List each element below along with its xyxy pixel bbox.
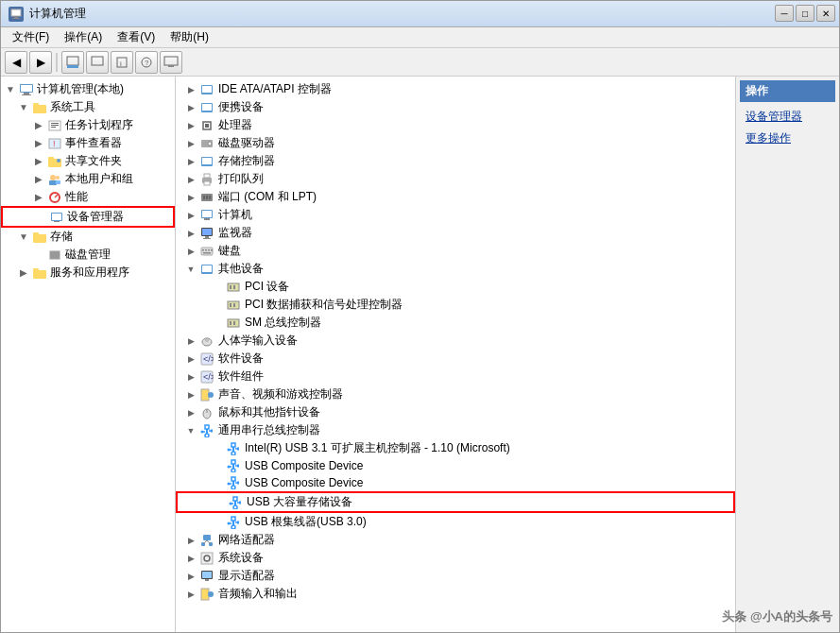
expand-icon-14[interactable]: ▶ [183, 334, 198, 349]
svg-rect-82 [233, 321, 235, 325]
device-list-item-27[interactable]: ▶显示适配器 [176, 567, 735, 585]
menu-view[interactable]: 查看(V) [110, 27, 163, 47]
device-list-item-12[interactable]: PCI 数据捕获和信号处理控制器 [176, 296, 735, 314]
up-button[interactable] [86, 51, 109, 74]
expand-icon-27[interactable]: ▶ [183, 569, 198, 584]
device-list-item-20[interactable]: Intel(R) USB 3.1 可扩展主机控制器 - 1.10 (Micros… [176, 439, 735, 457]
expand-icon-17[interactable]: ▶ [183, 387, 198, 402]
tree-local-users[interactable]: ▶ 本地用户和组 [1, 170, 175, 188]
expand-icon-25[interactable]: ▶ [183, 533, 198, 548]
expand-icon-1[interactable]: ▶ [183, 100, 198, 115]
device-list-item-5[interactable]: ▶打印队列 [176, 170, 735, 188]
device-list-item-9[interactable]: ▶键盘 [176, 242, 735, 260]
tree-shared-folders[interactable]: ▶ 共享文件夹 [1, 152, 175, 170]
device-list-item-16[interactable]: ▶</>软件组件 [176, 368, 735, 385]
device-list-item-6[interactable]: ▶端口 (COM 和 LPT) [176, 188, 735, 206]
expand-icon-15[interactable]: ▶ [183, 351, 198, 367]
expand-icon-7[interactable]: ▶ [183, 208, 198, 223]
device-label-23: USB 大容量存储设备 [247, 494, 352, 510]
tree-system-tools[interactable]: ▼ 系统工具 [1, 98, 175, 116]
device-list-item-24[interactable]: USB 根集线器(USB 3.0) [176, 513, 735, 531]
expand-icon-task[interactable]: ▶ [31, 118, 46, 133]
tree-root[interactable]: ▼ 计算机管理(本地) [1, 80, 175, 98]
device-list-item-14[interactable]: ▶人体学输入设备 [176, 332, 735, 350]
device-list-item-7[interactable]: ▶计算机 [176, 206, 735, 224]
tree-disk-mgmt[interactable]: 磁盘管理 [1, 246, 175, 264]
expand-icon-sys[interactable]: ▼ [16, 100, 31, 115]
device-list-item-17[interactable]: ▶声音、视频和游戏控制器 [176, 385, 735, 403]
device-list-item-0[interactable]: ▶IDE ATA/ATAPI 控制器 [176, 80, 735, 98]
device-list-item-2[interactable]: ▶处理器 [176, 116, 735, 134]
monitor-button[interactable] [160, 51, 182, 74]
show-hide-button[interactable] [61, 51, 84, 74]
tree-task-scheduler[interactable]: ▶ 任务计划程序 [1, 116, 175, 134]
expand-icon-event[interactable]: ▶ [31, 136, 46, 151]
expand-icon-26[interactable]: ▶ [183, 551, 198, 566]
device-list-item-26[interactable]: ▶系统设备 [176, 549, 735, 567]
expand-icon-perf[interactable]: ▶ [31, 190, 46, 205]
expand-icon-shared[interactable]: ▶ [31, 154, 46, 169]
tree-storage[interactable]: ▼ 存储 [1, 228, 175, 246]
device-list-item-11[interactable]: PCI 设备 [176, 278, 735, 296]
minimize-button[interactable]: ─ [775, 5, 794, 22]
device-list-item-23[interactable]: USB 大容量存储设备 [176, 491, 735, 513]
device-label-10: 其他设备 [218, 261, 264, 277]
svg-text:</>: </> [203, 354, 214, 364]
forward-button[interactable]: ▶ [29, 51, 52, 74]
tree-services[interactable]: ▶ 服务和应用程序 [1, 264, 175, 282]
expand-icon-9[interactable]: ▶ [183, 244, 198, 259]
tree-performance[interactable]: ▶ 性能 [1, 188, 175, 206]
expand-icon-4[interactable]: ▶ [183, 154, 198, 169]
device-list-item-1[interactable]: ▶便携设备 [176, 98, 735, 116]
properties-button[interactable]: i [111, 51, 133, 74]
expand-icon-6[interactable]: ▶ [183, 190, 198, 205]
tree-device-manager[interactable]: 设备管理器 [1, 206, 175, 228]
device-list-item-15[interactable]: ▶</>软件设备 [176, 350, 735, 368]
device-list-item-8[interactable]: ▶监视器 [176, 224, 735, 242]
expand-icon-svc[interactable]: ▶ [16, 265, 31, 281]
device-list-item-19[interactable]: ▼通用串行总线控制器 [176, 421, 735, 439]
help-button[interactable]: ? [135, 51, 158, 74]
svg-point-102 [231, 452, 235, 455]
device-label-5: 打印队列 [218, 171, 264, 187]
expand-icon-users[interactable]: ▶ [31, 172, 46, 187]
device-list-item-18[interactable]: ▶鼠标和其他指针设备 [176, 403, 735, 421]
device-list-item-3[interactable]: ▶磁盘驱动器 [176, 134, 735, 152]
expand-icon-2[interactable]: ▶ [183, 118, 198, 133]
svg-rect-128 [231, 517, 235, 521]
expand-icon-storage[interactable]: ▼ [16, 230, 31, 245]
device-list-item-13[interactable]: SM 总线控制器 [176, 314, 735, 332]
close-button[interactable]: ✕ [816, 5, 835, 22]
svg-rect-140 [201, 553, 213, 564]
device-list-item-25[interactable]: ▶网络适配器 [176, 531, 735, 549]
expand-icon-10[interactable]: ▼ [183, 262, 198, 277]
svg-rect-47 [205, 124, 209, 128]
expand-icon-0[interactable]: ▶ [183, 82, 198, 97]
maximize-button[interactable]: □ [796, 5, 814, 22]
right-action-more[interactable]: 更多操作 [740, 128, 835, 149]
device-list-item-22[interactable]: USB Composite Device [176, 474, 735, 491]
menu-help[interactable]: 帮助(H) [163, 27, 216, 47]
svg-rect-54 [204, 181, 210, 185]
expand-icon-28[interactable]: ▶ [183, 587, 198, 602]
device-list-item-10[interactable]: ▼其他设备 [176, 260, 735, 278]
svg-rect-60 [202, 211, 212, 217]
device-list-item-28[interactable]: ▶音频输入和输出 [176, 585, 735, 603]
menu-action[interactable]: 操作(A) [57, 27, 110, 47]
expand-icon-root[interactable]: ▼ [3, 82, 18, 97]
right-action-dm[interactable]: 设备管理器 [740, 106, 835, 128]
expand-icon-8[interactable]: ▶ [183, 226, 198, 241]
device-label-8: 监视器 [218, 225, 252, 241]
device-list-item-21[interactable]: USB Composite Device [176, 457, 735, 474]
expand-icon-16[interactable]: ▶ [183, 369, 198, 385]
device-list-item-4[interactable]: ▶存储控制器 [176, 152, 735, 170]
tree-event-viewer[interactable]: ▶ ! 事件查看器 [1, 134, 175, 152]
expand-icon-19[interactable]: ▼ [183, 423, 198, 438]
svg-rect-20 [51, 125, 59, 126]
expand-icon-5[interactable]: ▶ [183, 172, 198, 187]
expand-icon-18[interactable]: ▶ [183, 405, 198, 420]
svg-point-146 [208, 591, 214, 597]
menu-file[interactable]: 文件(F) [5, 27, 57, 47]
back-button[interactable]: ◀ [5, 51, 27, 74]
expand-icon-3[interactable]: ▶ [183, 136, 198, 151]
